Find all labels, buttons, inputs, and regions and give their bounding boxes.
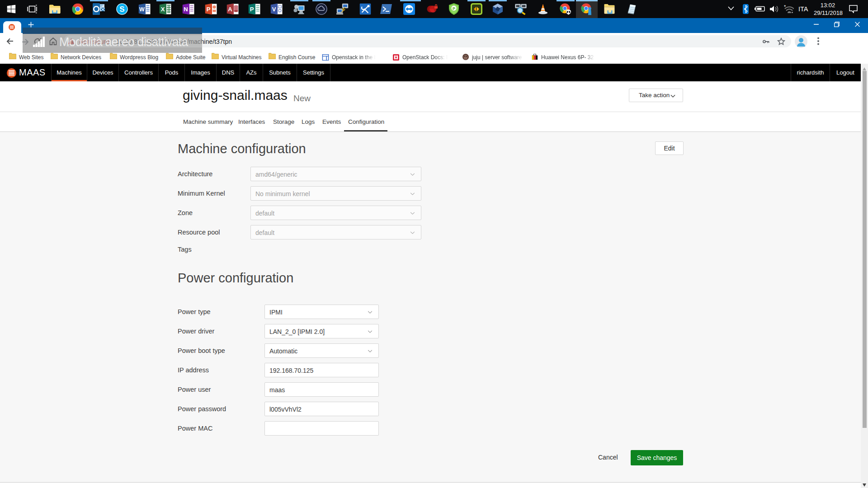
svg-text:A: A	[228, 6, 232, 13]
svg-text:W: W	[139, 6, 145, 13]
svg-text:N: N	[184, 6, 188, 13]
svg-text:X: X	[161, 6, 165, 13]
svg-text:P: P	[453, 6, 455, 11]
svg-text:P: P	[250, 6, 254, 13]
svg-text:P: P	[207, 6, 211, 13]
svg-text:V: V	[272, 6, 276, 13]
svg-text:S: S	[119, 5, 124, 14]
